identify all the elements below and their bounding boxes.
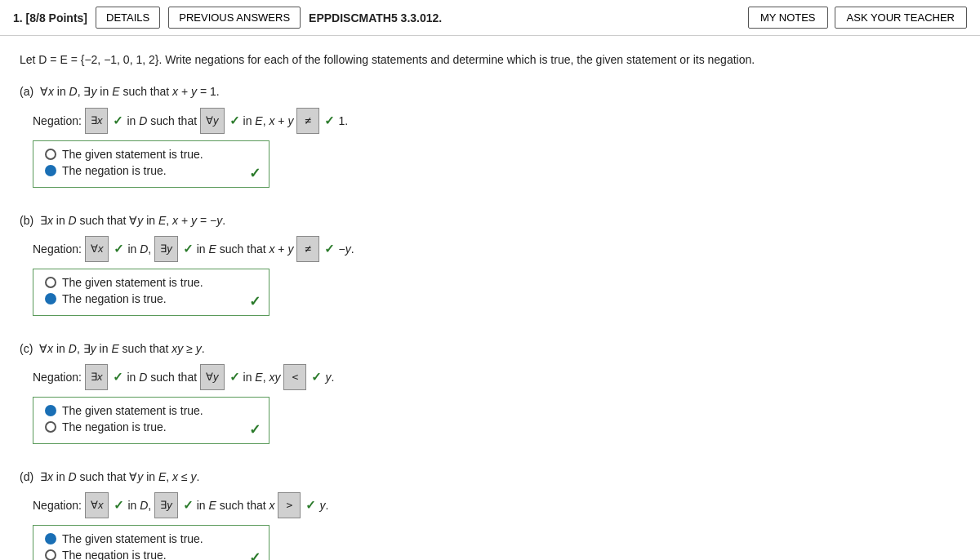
part-c-radio-box: The given statement is true. The negatio… — [33, 397, 270, 444]
part-a-negation-label: The negation is true. — [62, 164, 167, 177]
part-b-box2: ∃y — [154, 236, 178, 262]
part-a-label: (a) ∀x in D, ∃y in E such that x + y = 1… — [20, 82, 960, 102]
part-c-negation-label: The negation is true. — [62, 420, 167, 433]
part-a-check1: ✓ — [113, 109, 123, 133]
part-a-check3: ✓ — [324, 109, 335, 133]
my-notes-button[interactable]: MY NOTES — [748, 7, 828, 29]
part-d: (d) ∃x in D such that ∀y in E, x ≤ y. Ne… — [20, 467, 960, 560]
part-b-radio-box: The given statement is true. The negatio… — [33, 269, 270, 316]
part-c-negation-radio[interactable] — [45, 421, 56, 433]
part-c-negation-option[interactable]: The negation is true. — [45, 420, 257, 433]
part-d-negation-option[interactable]: The negation is true. — [45, 549, 257, 560]
problem-id: EPPDISCMATH5 3.3.012. — [309, 11, 740, 24]
part-a-given-radio[interactable] — [45, 149, 56, 160]
part-b-given-radio[interactable] — [45, 277, 56, 288]
right-buttons: MY NOTES ASK YOUR TEACHER — [748, 7, 967, 29]
part-b-negation-radio[interactable] — [45, 293, 56, 304]
part-b-negation-label: The negation is true. — [62, 292, 167, 305]
part-c-given-label: The given statement is true. — [62, 404, 203, 417]
part-a-negation-option[interactable]: The negation is true. — [45, 164, 257, 177]
part-a-negation-radio[interactable] — [45, 165, 56, 176]
header-bar: 1. [8/8 Points] DETAILS PREVIOUS ANSWERS… — [0, 0, 980, 36]
part-c-box2: ∀y — [200, 364, 225, 390]
part-b-box3: ≠ — [296, 236, 319, 262]
part-d-corner-check: ✓ — [249, 549, 261, 560]
part-a-box3: ≠ — [296, 108, 319, 134]
part-b-check3: ✓ — [324, 237, 335, 261]
part-d-given-radio[interactable] — [45, 533, 56, 544]
part-a-box1: ∃x — [85, 108, 109, 134]
part-a: (a) ∀x in D, ∃y in E such that x + y = 1… — [20, 82, 960, 187]
part-a-box2: ∀y — [200, 108, 225, 134]
part-d-box2: ∃y — [154, 492, 178, 518]
part-a-given-option[interactable]: The given statement is true. — [45, 148, 257, 161]
part-c-label: (c) ∀x in D, ∃y in E such that xy ≥ y. — [20, 339, 960, 359]
ask-teacher-button[interactable]: ASK YOUR TEACHER — [835, 7, 967, 29]
part-d-given-label: The given statement is true. — [62, 532, 203, 545]
part-c-negation: Negation: ∃x ✓ in D such that ∀y ✓ in E,… — [33, 364, 960, 390]
part-a-given-label: The given statement is true. — [62, 148, 203, 161]
part-b-box1: ∀x — [85, 236, 109, 262]
part-c-box1: ∃x — [85, 364, 109, 390]
part-d-check1: ✓ — [114, 493, 124, 518]
part-b-given-label: The given statement is true. — [62, 276, 203, 289]
details-button[interactable]: DETAILS — [96, 7, 160, 29]
part-b-label: (b) ∃x in D such that ∀y in E, x + y = −… — [20, 211, 960, 231]
part-b-negation: Negation: ∀x ✓ in D, ∃y ✓ in E such that… — [33, 236, 960, 262]
part-a-negation: Negation: ∃x ✓ in D such that ∀y ✓ in E,… — [33, 108, 960, 134]
previous-answers-button[interactable]: PREVIOUS ANSWERS — [168, 7, 301, 29]
part-a-radio-box: The given statement is true. The negatio… — [33, 140, 270, 188]
part-c-corner-check: ✓ — [249, 421, 261, 438]
part-c-check1: ✓ — [113, 365, 123, 389]
points-label: 1. [8/8 Points] — [13, 11, 87, 24]
part-c-check3: ✓ — [311, 365, 322, 389]
part-d-check3: ✓ — [305, 493, 316, 518]
part-b-corner-check: ✓ — [249, 293, 261, 310]
part-c-given-radio[interactable] — [45, 405, 56, 416]
part-b-check1: ✓ — [114, 237, 124, 261]
part-d-label: (d) ∃x in D such that ∀y in E, x ≤ y. — [20, 467, 960, 487]
problem-intro: Let D = E = {−2, −1, 0, 1, 2}. Write neg… — [20, 51, 960, 69]
part-c-check2: ✓ — [229, 365, 240, 389]
part-a-check2: ✓ — [229, 109, 240, 133]
part-d-box3: > — [278, 492, 301, 518]
part-c-box3: < — [283, 364, 306, 390]
part-a-corner-check: ✓ — [249, 165, 261, 182]
part-d-negation: Negation: ∀x ✓ in D, ∃y ✓ in E such that… — [33, 492, 960, 518]
part-d-check2: ✓ — [183, 493, 194, 518]
part-c-given-option[interactable]: The given statement is true. — [45, 404, 257, 417]
part-b: (b) ∃x in D such that ∀y in E, x + y = −… — [20, 211, 960, 316]
part-d-box1: ∀x — [85, 492, 109, 518]
part-b-negation-option[interactable]: The negation is true. — [45, 292, 257, 305]
part-d-radio-box: The given statement is true. The negatio… — [33, 525, 270, 560]
part-d-given-option[interactable]: The given statement is true. — [45, 532, 257, 545]
main-content: Let D = E = {−2, −1, 0, 1, 2}. Write neg… — [0, 36, 980, 560]
part-d-negation-label: The negation is true. — [62, 549, 167, 560]
part-b-check2: ✓ — [183, 237, 194, 261]
part-d-negation-radio[interactable] — [45, 549, 56, 560]
part-b-given-option[interactable]: The given statement is true. — [45, 276, 257, 289]
part-c: (c) ∀x in D, ∃y in E such that xy ≥ y. N… — [20, 339, 960, 444]
